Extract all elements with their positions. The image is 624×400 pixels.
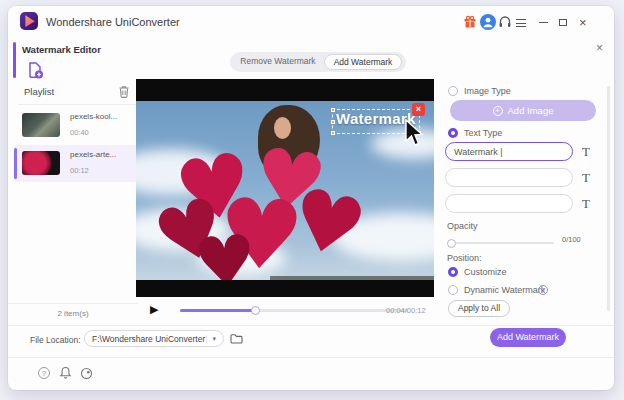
statusbar-divider bbox=[8, 357, 614, 358]
font-style-icon[interactable]: T bbox=[582, 196, 590, 212]
resize-handle[interactable] bbox=[331, 131, 335, 135]
add-file-icon[interactable] bbox=[26, 61, 44, 79]
close-editor-icon[interactable]: × bbox=[596, 42, 603, 54]
time-display: 00:04/00:12 bbox=[386, 306, 426, 315]
panel-scrollbar[interactable] bbox=[607, 86, 610, 311]
help-icon[interactable]: ? bbox=[538, 285, 548, 295]
opacity-slider[interactable] bbox=[448, 242, 554, 244]
trash-icon[interactable] bbox=[118, 85, 130, 98]
avatar[interactable] bbox=[480, 14, 496, 30]
page-title: Watermark Editor bbox=[22, 44, 101, 55]
playlist-item-name: pexels-kool... bbox=[70, 112, 117, 121]
seek-bar[interactable] bbox=[180, 309, 408, 312]
add-image-label: Add Image bbox=[508, 105, 554, 116]
close-window-button[interactable]: × bbox=[579, 17, 587, 29]
font-style-icon[interactable]: T bbox=[582, 144, 590, 160]
play-button[interactable]: ▶ bbox=[150, 303, 158, 316]
image-type-label[interactable]: Image Type bbox=[464, 86, 511, 96]
video-frame: ♥ ♥ ♥ ♥ ♥ ♥ Watermark × bbox=[136, 101, 434, 280]
add-watermark-button[interactable]: Add Watermark bbox=[490, 328, 566, 347]
playlist-item-selected[interactable]: pexels-arte... 00:12 bbox=[14, 145, 138, 182]
app-title: Wondershare UniConverter bbox=[46, 16, 180, 28]
position-label: Position: bbox=[447, 253, 482, 263]
heart-balloon: ♥ bbox=[191, 224, 260, 280]
sidebar-footer-divider bbox=[8, 303, 138, 304]
radio-text-type[interactable] bbox=[448, 128, 458, 138]
plus-icon: + bbox=[493, 106, 503, 116]
file-location-label: File Location: bbox=[30, 335, 81, 345]
playlist-item-duration: 00:40 bbox=[70, 128, 89, 137]
feedback-icon[interactable] bbox=[80, 367, 93, 380]
item-count: 2 item(s) bbox=[8, 309, 138, 318]
watermark-text-input[interactable] bbox=[445, 142, 573, 161]
resize-handle[interactable] bbox=[331, 120, 335, 124]
maximize-button[interactable] bbox=[559, 19, 567, 26]
tab-add-watermark[interactable]: Add Watermark bbox=[324, 54, 402, 70]
headset-icon[interactable] bbox=[498, 15, 512, 29]
playlist-item[interactable]: pexels-kool... 00:40 bbox=[14, 107, 138, 144]
seek-handle[interactable] bbox=[251, 306, 260, 315]
apply-to-all-button[interactable]: Apply to All bbox=[448, 300, 510, 317]
video-thumbnail bbox=[22, 113, 60, 137]
opacity-value: 0/100 bbox=[562, 235, 581, 244]
footer-divider bbox=[8, 325, 614, 326]
watermark-text-input-2[interactable] bbox=[445, 168, 573, 187]
radio-image-type[interactable] bbox=[448, 86, 458, 96]
playlist-title: Playlist bbox=[24, 86, 54, 97]
dynamic-watermark-label[interactable]: Dynamic Watermark bbox=[464, 285, 545, 295]
add-image-button[interactable]: + Add Image bbox=[450, 100, 596, 121]
folder-icon[interactable] bbox=[230, 333, 243, 344]
mouse-cursor bbox=[402, 119, 424, 149]
opacity-label: Opacity bbox=[447, 221, 478, 231]
file-location-value: F:\Wondershare UniConverter bbox=[92, 334, 205, 344]
playlist-item-name: pexels-arte... bbox=[70, 150, 116, 159]
delete-watermark-icon[interactable]: × bbox=[412, 103, 425, 116]
selected-indicator bbox=[14, 148, 17, 179]
minimize-button[interactable] bbox=[539, 22, 548, 23]
radio-dynamic-watermark[interactable] bbox=[448, 285, 458, 295]
seek-progress bbox=[180, 309, 255, 312]
file-location-dropdown[interactable]: F:\Wondershare UniConverter ▾ bbox=[84, 330, 224, 347]
watermark-mode-tabs: Remove Watermark Add Watermark bbox=[230, 52, 406, 72]
help-icon[interactable]: ? bbox=[38, 367, 50, 379]
bell-icon[interactable] bbox=[59, 366, 72, 380]
horizon-line bbox=[270, 276, 434, 280]
tab-remove-watermark[interactable]: Remove Watermark bbox=[236, 56, 320, 66]
text-type-label[interactable]: Text Type bbox=[464, 128, 502, 138]
left-accent-bar bbox=[13, 42, 16, 78]
radio-customize[interactable] bbox=[448, 267, 458, 277]
playlist-item-duration: 00:12 bbox=[70, 166, 89, 175]
watermark-text-input-3[interactable] bbox=[445, 194, 573, 213]
menu-icon[interactable] bbox=[516, 17, 526, 27]
desktop-background: Wondershare UniConverter × Watermark Edi… bbox=[0, 0, 624, 400]
app-logo bbox=[20, 12, 38, 30]
resize-handle[interactable] bbox=[331, 108, 335, 112]
chevron-down-icon: ▾ bbox=[206, 335, 216, 343]
app-window: Wondershare UniConverter × Watermark Edi… bbox=[8, 6, 614, 390]
video-preview: ♥ ♥ ♥ ♥ ♥ ♥ Watermark × bbox=[136, 79, 434, 297]
opacity-slider-handle[interactable] bbox=[447, 239, 456, 248]
gift-icon[interactable] bbox=[463, 15, 477, 29]
customize-label[interactable]: Customize bbox=[464, 267, 507, 277]
video-thumbnail bbox=[22, 151, 60, 175]
font-style-icon[interactable]: T bbox=[582, 170, 590, 186]
playlist-divider bbox=[18, 104, 136, 105]
